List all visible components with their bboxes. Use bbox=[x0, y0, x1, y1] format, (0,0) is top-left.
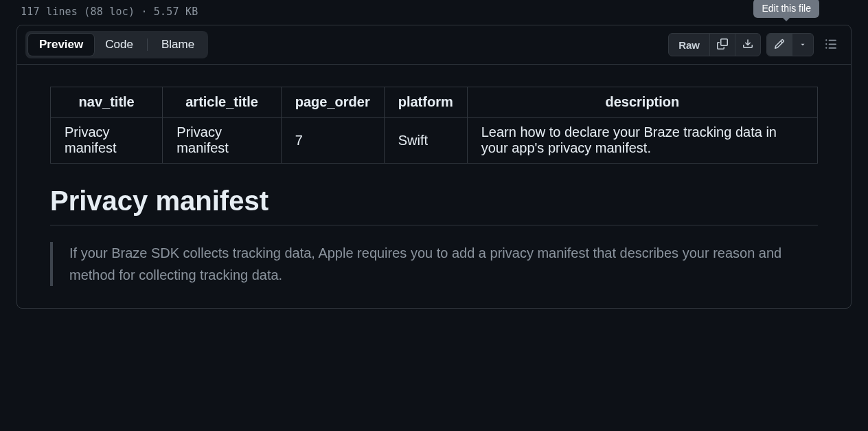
td-description: Learn how to declare your Braze tracking… bbox=[467, 118, 817, 164]
td-platform: Swift bbox=[384, 118, 467, 164]
file-content: nav_title article_title page_order platf… bbox=[17, 65, 851, 308]
td-article-title: Privacy manifest bbox=[163, 118, 281, 164]
td-page-order: 7 bbox=[281, 118, 384, 164]
download-button[interactable] bbox=[735, 34, 760, 56]
intro-blockquote: If your Braze SDK collects tracking data… bbox=[50, 242, 818, 286]
outline-button[interactable] bbox=[819, 34, 843, 56]
file-stats: 117 lines (88 loc) · 5.57 KB bbox=[0, 0, 868, 25]
th-nav-title: nav_title bbox=[51, 87, 163, 118]
file-viewer: Preview Code Blame Edit this file Raw bbox=[16, 25, 852, 309]
copy-icon bbox=[717, 38, 728, 52]
tab-blame[interactable]: Blame bbox=[150, 34, 205, 56]
list-icon bbox=[825, 38, 837, 52]
raw-button[interactable]: Raw bbox=[669, 34, 709, 56]
edit-button[interactable] bbox=[767, 34, 792, 56]
pencil-icon bbox=[774, 38, 785, 52]
edit-tooltip: Edit this file bbox=[753, 0, 819, 18]
th-description: description bbox=[467, 87, 817, 118]
table-header-row: nav_title article_title page_order platf… bbox=[51, 87, 818, 118]
page-title: Privacy manifest bbox=[50, 186, 818, 225]
edit-dropdown-button[interactable] bbox=[792, 34, 813, 56]
file-toolbar: Preview Code Blame Edit this file Raw bbox=[17, 25, 851, 65]
caret-down-icon bbox=[799, 40, 806, 50]
td-nav-title: Privacy manifest bbox=[51, 118, 163, 164]
toolbar-actions: Edit this file Raw bbox=[668, 33, 843, 56]
edit-actions-group bbox=[766, 33, 814, 56]
frontmatter-table: nav_title article_title page_order platf… bbox=[50, 87, 818, 164]
th-platform: platform bbox=[384, 87, 467, 118]
download-icon bbox=[742, 38, 753, 52]
th-article-title: article_title bbox=[163, 87, 281, 118]
tab-code[interactable]: Code bbox=[94, 34, 144, 56]
copy-button[interactable] bbox=[709, 34, 735, 56]
tab-preview[interactable]: Preview bbox=[28, 34, 94, 56]
raw-actions-group: Raw bbox=[668, 33, 761, 56]
th-page-order: page_order bbox=[281, 87, 384, 118]
tab-divider bbox=[147, 38, 148, 51]
intro-text: If your Braze SDK collects tracking data… bbox=[69, 242, 818, 286]
tab-group: Preview Code Blame bbox=[25, 31, 208, 58]
table-row: Privacy manifest Privacy manifest 7 Swif… bbox=[51, 118, 818, 164]
